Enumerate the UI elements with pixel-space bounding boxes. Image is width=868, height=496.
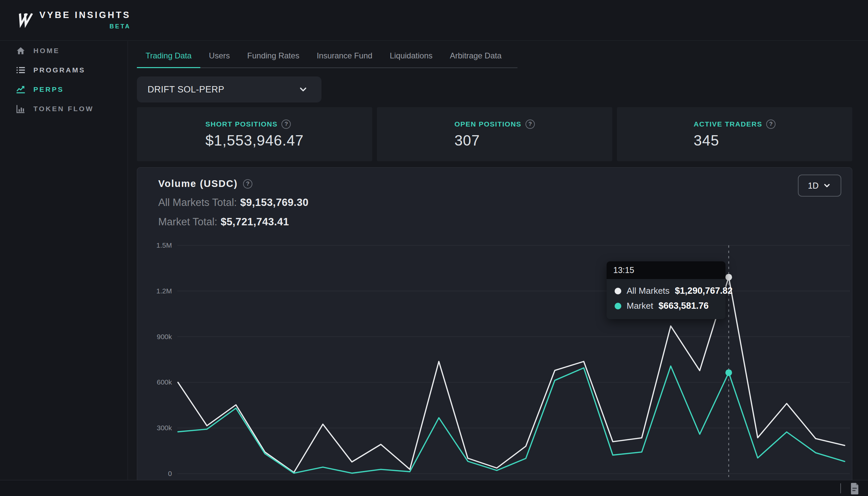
market-legend-dot (615, 303, 621, 309)
bottom-bar-divider (840, 483, 841, 493)
market-total: Market Total:$5,721,743.41 (158, 216, 309, 228)
svg-text:900k: 900k (157, 333, 172, 340)
tab-liquidations[interactable]: Liquidations (381, 51, 441, 68)
market-total-label: Market Total: (158, 216, 217, 228)
volume-card-title: Volume (USDC) (158, 178, 238, 189)
time-range-dropdown[interactable]: 1D (798, 174, 841, 197)
tab-funding-rates[interactable]: Funding Rates (239, 51, 308, 68)
tooltip-series-value: $663,581.76 (658, 301, 709, 311)
stats-row: SHORT POSITIONS ? $1,553,946.47 OPEN POS… (137, 107, 852, 161)
document-icon[interactable] (849, 483, 860, 496)
market-select-dropdown[interactable]: DRIFT SOL-PERP (137, 76, 322, 103)
app-root: VYBE INSIGHTS BETA HOME PROGRAMS (0, 0, 868, 496)
stat-card-active-traders: ACTIVE TRADERS ? 345 (617, 107, 852, 161)
tooltip-series-name: All Markets (626, 286, 670, 296)
question-circle-icon[interactable]: ? (766, 120, 776, 129)
sidebar-item-programs[interactable]: PROGRAMS (0, 60, 127, 80)
time-range-value: 1D (808, 181, 819, 190)
tooltip-series-name: Market (626, 301, 653, 311)
tooltip-row-all-markets: All Markets $1,290,767.82 (615, 286, 717, 296)
question-circle-icon[interactable]: ? (281, 120, 291, 129)
all-markets-total: All Markets Total:$9,153,769.30 (158, 197, 309, 208)
volume-chart-card: 0300k600k900k1.2M1.5M Volume (USDC) ? Al… (137, 167, 852, 493)
sidebar-item-label: TOKEN FLOW (33, 105, 94, 113)
main-content: Trading Data Users Funding Rates Insuran… (128, 41, 868, 480)
app-logo[interactable]: VYBE INSIGHTS BETA (15, 10, 131, 30)
bottom-status-bar (0, 480, 868, 496)
home-icon (15, 46, 26, 56)
tab-trading-data[interactable]: Trading Data (137, 51, 200, 68)
sidebar-item-home[interactable]: HOME (0, 41, 127, 60)
tab-users[interactable]: Users (200, 51, 239, 68)
question-circle-icon[interactable]: ? (526, 120, 535, 129)
stat-card-open-positions: OPEN POSITIONS ? 307 (377, 107, 612, 161)
stat-card-short-positions: SHORT POSITIONS ? $1,553,946.47 (137, 107, 372, 161)
chart-tooltip: 13:15 All Markets $1,290,767.82 Market $… (607, 261, 726, 319)
tab-arbitrage-data[interactable]: Arbitrage Data (441, 51, 510, 68)
tab-insurance-fund[interactable]: Insurance Fund (308, 51, 381, 68)
market-select-value: DRIFT SOL-PERP (148, 84, 224, 95)
tooltip-time: 13:15 (607, 261, 726, 279)
sidebar-item-label: PROGRAMS (33, 66, 86, 74)
beta-badge: BETA (109, 23, 131, 30)
chevron-down-icon (823, 181, 831, 190)
svg-text:1.2M: 1.2M (156, 287, 172, 295)
sidebar-item-label: PERPS (33, 86, 64, 93)
stat-label: ACTIVE TRADERS (694, 120, 762, 128)
all-markets-total-value: $9,153,769.30 (240, 197, 309, 208)
stat-label: SHORT POSITIONS (205, 120, 277, 128)
app-title: VYBE INSIGHTS (40, 10, 131, 20)
tooltip-row-market: Market $663,581.76 (615, 301, 717, 311)
sidebar-item-token-flow[interactable]: TOKEN FLOW (0, 99, 127, 119)
market-total-value: $5,721,743.41 (221, 216, 289, 228)
volume-card-header: Volume (USDC) ? All Markets Total:$9,153… (158, 178, 309, 228)
tab-bar: Trading Data Users Funding Rates Insuran… (137, 51, 517, 68)
svg-text:300k: 300k (157, 424, 172, 432)
tooltip-series-value: $1,290,767.82 (675, 286, 733, 296)
sidebar-item-perps[interactable]: PERPS (0, 80, 127, 99)
svg-text:1.5M: 1.5M (156, 241, 172, 249)
chevron-down-icon (298, 84, 308, 94)
stat-value: 307 (454, 132, 480, 149)
stat-label: OPEN POSITIONS (454, 120, 522, 128)
bar-chart-icon (15, 104, 26, 114)
sidebar-item-label: HOME (33, 47, 60, 55)
stat-value: 345 (694, 132, 719, 149)
top-header: VYBE INSIGHTS BETA (0, 0, 868, 41)
sidebar-nav: HOME PROGRAMS PERPS (0, 41, 128, 496)
all-markets-total-label: All Markets Total: (158, 197, 237, 208)
chart-line-icon (15, 84, 26, 94)
question-circle-icon[interactable]: ? (243, 179, 252, 189)
vybe-logo-icon (15, 10, 33, 28)
svg-text:0: 0 (168, 470, 172, 477)
svg-text:600k: 600k (157, 378, 172, 386)
list-icon (15, 65, 26, 75)
stat-value: $1,553,946.47 (205, 132, 304, 149)
all-markets-legend-dot (615, 288, 621, 294)
